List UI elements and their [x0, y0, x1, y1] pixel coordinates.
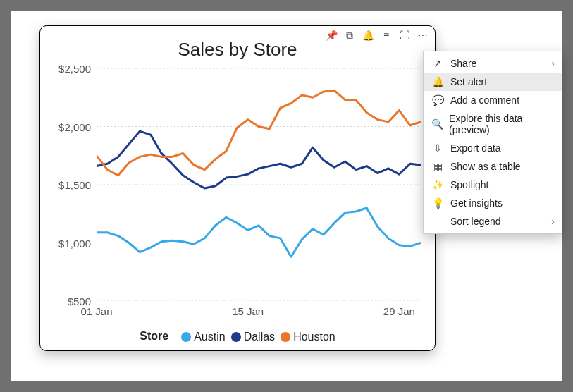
chart-title: Sales by Store: [40, 39, 435, 61]
stage: 📌⧉🔔≡⛶⋯ Sales by Store $500$1,000$1,500$2…: [11, 11, 562, 381]
menu-item-label: Add a comment: [450, 94, 519, 106]
legend-label-houston: Houston: [293, 331, 335, 343]
y-tick-label: $2,500: [46, 63, 91, 75]
share-icon: ↗: [431, 58, 445, 69]
menu-item-label: Spotlight: [450, 179, 488, 190]
menu-item-label: Set alert: [450, 76, 487, 87]
menu-item-label: Export data: [450, 142, 501, 154]
menu-item-get-insights[interactable]: 💡Get insights: [424, 194, 562, 212]
insights-icon: 💡: [431, 197, 445, 209]
menu-item-label: Share: [450, 58, 476, 69]
menu-item-add-a-comment[interactable]: 💬Add a comment: [424, 91, 562, 109]
spotlight-icon: ✨: [431, 179, 445, 190]
bell-icon: 🔔: [431, 76, 445, 87]
menu-item-export-data[interactable]: ⇩Export data: [424, 139, 562, 157]
menu-item-label: Get insights: [450, 197, 503, 209]
x-tick-label: 29 Jan: [383, 305, 415, 317]
chart-card: 📌⧉🔔≡⛶⋯ Sales by Store $500$1,000$1,500$2…: [39, 25, 436, 351]
context-menu: ↗Share›🔔Set alert💬Add a comment🔍Explore …: [423, 51, 562, 234]
chart-legend: StoreAustinDallasHouston: [40, 330, 435, 343]
y-tick-label: $1,500: [46, 179, 91, 191]
menu-item-label: Sort legend: [450, 216, 501, 227]
legend-label-austin: Austin: [194, 331, 225, 343]
series-line-dallas: [97, 131, 421, 188]
menu-item-label: Explore this data (preview): [449, 113, 555, 135]
legend-title: Store: [140, 330, 168, 342]
table-icon: ▦: [431, 161, 445, 172]
legend-swatch-austin: [181, 332, 191, 342]
menu-item-sort-legend[interactable]: Sort legend›: [424, 212, 562, 231]
chart-svg: [97, 68, 421, 301]
menu-item-spotlight[interactable]: ✨Spotlight: [424, 176, 562, 194]
menu-item-explore-this-data-preview[interactable]: 🔍Explore this data (preview): [424, 109, 562, 139]
menu-item-show-as-a-table[interactable]: ▦Show as a table: [424, 157, 562, 176]
chevron-right-icon: ›: [551, 58, 555, 69]
y-tick-label: $1,000: [46, 237, 91, 249]
y-tick-label: $2,000: [46, 121, 91, 133]
explore-icon: 🔍: [431, 118, 443, 130]
chart-plot: [97, 68, 421, 301]
x-tick-label: 15 Jan: [232, 305, 264, 317]
legend-label-dallas: Dallas: [244, 331, 275, 343]
menu-item-label: Show as a table: [450, 161, 521, 172]
menu-item-set-alert[interactable]: 🔔Set alert: [424, 73, 562, 91]
comment-icon: 💬: [431, 94, 445, 106]
export-icon: ⇩: [431, 142, 445, 154]
menu-item-share[interactable]: ↗Share›: [424, 54, 562, 73]
x-tick-label: 01 Jan: [80, 305, 112, 317]
legend-swatch-houston: [281, 332, 290, 342]
chevron-right-icon: ›: [551, 216, 555, 227]
legend-swatch-dallas: [231, 332, 241, 342]
series-line-austin: [97, 208, 421, 257]
